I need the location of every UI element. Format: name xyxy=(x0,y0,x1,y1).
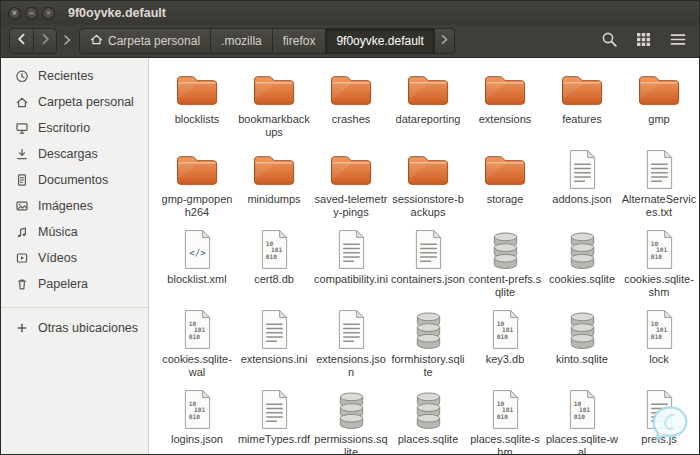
file-item-blocklist-xml[interactable]: </> blocklist.xml xyxy=(159,223,235,303)
folder-icon xyxy=(174,147,220,192)
folder-icon xyxy=(636,67,682,112)
file-label: features xyxy=(562,113,602,126)
file-item-key3-db[interactable]: 10101010 key3.db xyxy=(467,303,543,383)
text-file-icon xyxy=(643,387,676,432)
file-label: places.sqlite-wal xyxy=(545,433,620,454)
binary-file-icon: 10101010 xyxy=(489,307,522,352)
file-label: extensions xyxy=(479,113,532,126)
sidebar-item-recientes[interactable]: Recientes xyxy=(1,63,148,89)
chevron-right-icon xyxy=(62,32,72,50)
home-icon xyxy=(14,95,29,110)
file-item-compatibility-ini[interactable]: compatibility.ini xyxy=(313,223,389,303)
file-item-blocklists[interactable]: blocklists xyxy=(159,63,235,143)
file-item-sessionstore-backups[interactable]: sessionstore-backups xyxy=(390,143,466,223)
maximize-button[interactable]: ▫ xyxy=(42,7,55,20)
file-item-cert8-db[interactable]: 10101010 cert8.db xyxy=(236,223,312,303)
window-title: 9f0oyvke.default xyxy=(68,6,166,20)
toolbar: Carpeta personal .mozilla firefox 9f0oyv… xyxy=(1,25,699,58)
file-item-saved-telemetry-pings[interactable]: saved-telemetry-pings xyxy=(313,143,389,223)
hamburger-menu-icon xyxy=(670,32,686,51)
file-item-extensions-json[interactable]: extensions.json xyxy=(313,303,389,383)
file-label: lock xyxy=(649,353,669,366)
view-grid-button[interactable] xyxy=(634,32,653,51)
file-item-cookies-sqlite-shm[interactable]: 10101010 cookies.sqlite-shm xyxy=(621,223,697,303)
sidebar-item-descargas[interactable]: Descargas xyxy=(1,141,148,167)
nav-buttons xyxy=(9,28,57,54)
recent-icon xyxy=(14,69,29,84)
home-icon xyxy=(90,33,103,49)
code-file-icon: </> xyxy=(181,227,214,272)
file-item-bookmarkbackups[interactable]: bookmarkbackups xyxy=(236,63,312,143)
file-item-alternateservices-txt[interactable]: AlternateServices.txt xyxy=(621,143,697,223)
folder-icon xyxy=(328,147,374,192)
sidebar-item-carpeta-personal[interactable]: Carpeta personal xyxy=(1,89,148,115)
svg-text:</>: </> xyxy=(189,247,206,258)
file-item-datareporting[interactable]: datareporting xyxy=(390,63,466,143)
file-view: blocklists bookmarkbackups crashes datar… xyxy=(149,58,699,454)
path-chevron-button[interactable] xyxy=(59,32,75,50)
file-item-places-sqlite-shm[interactable]: 10101010 places.sqlite-shm xyxy=(467,383,543,454)
file-manager-window: × − ▫ 9f0oyvke.default Carpeta personal … xyxy=(0,0,700,455)
breadcrumb-9f0oyvke-default[interactable]: 9f0oyvke.default xyxy=(326,28,434,54)
database-file-icon xyxy=(412,387,445,432)
music-icon xyxy=(14,225,29,240)
file-grid: blocklists bookmarkbackups crashes datar… xyxy=(159,63,697,454)
menu-button[interactable] xyxy=(668,32,687,51)
file-item-logins-json[interactable]: 10101010 logins.json xyxy=(159,383,235,454)
file-item-containers-json[interactable]: containers.json xyxy=(390,223,466,303)
search-button[interactable] xyxy=(600,32,619,51)
folder-icon xyxy=(251,67,297,112)
file-label: containers.json xyxy=(391,273,465,286)
file-label: key3.db xyxy=(486,353,525,366)
file-item-formhistory-sqlite[interactable]: formhistory.sqlite xyxy=(390,303,466,383)
file-item-addons-json[interactable]: addons.json xyxy=(544,143,620,223)
file-item-lock[interactable]: 10101010 lock xyxy=(621,303,697,383)
file-item-cookies-sqlite-wal[interactable]: 10101010 cookies.sqlite-wal xyxy=(159,303,235,383)
file-item-crashes[interactable]: crashes xyxy=(313,63,389,143)
sidebar-item-musica[interactable]: Música xyxy=(1,219,148,245)
file-item-kinto-sqlite[interactable]: kinto.sqlite xyxy=(544,303,620,383)
file-item-places-sqlite-wal[interactable]: 10101010 places.sqlite-wal xyxy=(544,383,620,454)
svg-text:010: 010 xyxy=(650,333,661,340)
sidebar-item-label: Papelera xyxy=(38,277,88,291)
svg-text:010: 010 xyxy=(265,253,276,260)
text-file-icon xyxy=(643,147,676,192)
breadcrumb-mozilla[interactable]: .mozilla xyxy=(211,28,273,54)
file-label: sessionstore-backups xyxy=(391,193,466,218)
file-item-cookies-sqlite[interactable]: cookies.sqlite xyxy=(544,223,620,303)
file-item-minidumps[interactable]: minidumps xyxy=(236,143,312,223)
svg-text:010: 010 xyxy=(573,413,584,420)
downloads-icon xyxy=(14,147,29,162)
folder-icon xyxy=(174,67,220,112)
sidebar-item-videos[interactable]: Vídeos xyxy=(1,245,148,271)
sidebar-item-label: Carpeta personal xyxy=(38,95,134,109)
close-button[interactable]: × xyxy=(8,7,21,20)
file-item-permissions-sqlite[interactable]: permissions.sqlite xyxy=(313,383,389,454)
breadcrumb-carpeta-personal[interactable]: Carpeta personal xyxy=(79,28,211,54)
sidebar-item-documentos[interactable]: Documentos xyxy=(1,167,148,193)
file-label: gmp-gmpopenh264 xyxy=(160,193,235,218)
file-item-content-prefs-sqlite[interactable]: content-prefs.sqlite xyxy=(467,223,543,303)
file-label: mimeTypes.rdf xyxy=(238,433,310,446)
file-label: formhistory.sqlite xyxy=(391,353,466,378)
file-item-gmp-gmpopenh264[interactable]: gmp-gmpopenh264 xyxy=(159,143,235,223)
binary-file-icon: 10101010 xyxy=(489,387,522,432)
text-file-icon xyxy=(566,147,599,192)
file-item-extensions[interactable]: extensions xyxy=(467,63,543,143)
minimize-button[interactable]: − xyxy=(25,7,38,20)
forward-button[interactable] xyxy=(33,29,56,53)
back-button[interactable] xyxy=(10,29,33,53)
breadcrumb-more-button[interactable] xyxy=(435,28,455,54)
file-item-extensions-ini[interactable]: extensions.ini xyxy=(236,303,312,383)
file-item-gmp[interactable]: gmp xyxy=(621,63,697,143)
file-item-places-sqlite[interactable]: places.sqlite xyxy=(390,383,466,454)
sidebar-item-escritorio[interactable]: Escritorio xyxy=(1,115,148,141)
file-item-mimetypes-rdf[interactable]: mimeTypes.rdf xyxy=(236,383,312,454)
sidebar-item-papelera[interactable]: Papelera xyxy=(1,271,148,297)
breadcrumb-firefox[interactable]: firefox xyxy=(273,28,327,54)
file-item-features[interactable]: features xyxy=(544,63,620,143)
sidebar-item-otras-ubicaciones[interactable]: Otras ubicaciones xyxy=(1,315,148,341)
sidebar-item-imagenes[interactable]: Imágenes xyxy=(1,193,148,219)
file-item-storage[interactable]: storage xyxy=(467,143,543,223)
file-item-prefs-js[interactable]: prefs.js xyxy=(621,383,697,454)
